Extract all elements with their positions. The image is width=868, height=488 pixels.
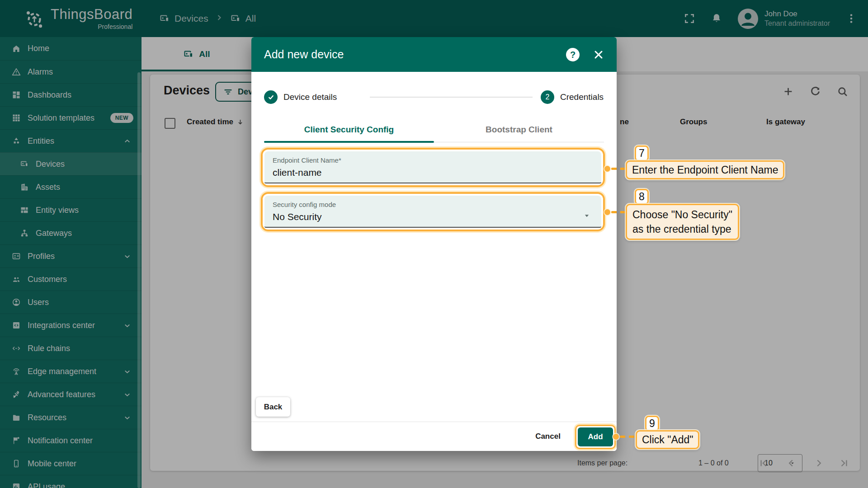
field-label: Endpoint Client Name* [273, 156, 593, 164]
cancel-button[interactable]: Cancel [529, 427, 567, 446]
add-button-highlight: Add [575, 425, 616, 449]
annotation-9-label: Click "Add" [636, 430, 699, 449]
field-value: client-name [273, 167, 593, 178]
annotation-7-dot [604, 166, 610, 172]
close-icon[interactable] [592, 48, 605, 61]
back-button[interactable]: Back [256, 397, 290, 417]
stepper-connector [370, 97, 533, 98]
security-config-mode-select[interactable]: Security config mode No Security [264, 196, 601, 228]
step-device-details[interactable]: Device details [264, 90, 337, 104]
tab-client-security-config[interactable]: Client Security Config [264, 117, 434, 142]
annotation-9-number: 9 [645, 416, 659, 432]
endpoint-client-name-input[interactable]: Endpoint Client Name* client-name [264, 151, 601, 183]
step-number: 2 [541, 90, 554, 104]
add-button[interactable]: Add [578, 427, 613, 446]
annotation-8-dot [604, 209, 610, 215]
annotation-8-label: Choose "No Security" as the credential t… [626, 204, 739, 240]
dialog-footer: Cancel Add [251, 422, 617, 451]
annotation-8-connector [611, 211, 627, 213]
step-credentials[interactable]: 2 Credentials [541, 90, 604, 104]
endpoint-client-name-highlight: Endpoint Client Name* client-name [261, 148, 605, 187]
annotation-7-label: Enter the Endpoint Client Name [626, 160, 784, 179]
field-value: No Security [273, 211, 593, 222]
annotation-9-connector [620, 436, 635, 438]
annotation-8-number: 8 [635, 189, 649, 205]
tab-bootstrap-client[interactable]: Bootstrap Client [434, 117, 604, 142]
add-new-device-dialog: Add new device ? Device details 2 Creden… [251, 37, 617, 451]
dropdown-arrow-icon[interactable] [582, 211, 591, 220]
annotation-7-number: 7 [635, 145, 649, 161]
dialog-header: Add new device ? [251, 37, 617, 72]
annotation-9-dot [613, 434, 619, 440]
annotation-7-connector [611, 168, 627, 170]
field-label: Security config mode [273, 201, 593, 208]
active-tab-indicator [264, 141, 434, 143]
thingsboard-app: ThingsBoard Professional Devices [0, 0, 868, 488]
help-icon[interactable]: ? [566, 48, 580, 61]
dialog-title: Add new device [264, 48, 344, 61]
security-config-mode-highlight: Security config mode No Security [261, 192, 605, 231]
step-complete-check-icon [264, 90, 278, 104]
